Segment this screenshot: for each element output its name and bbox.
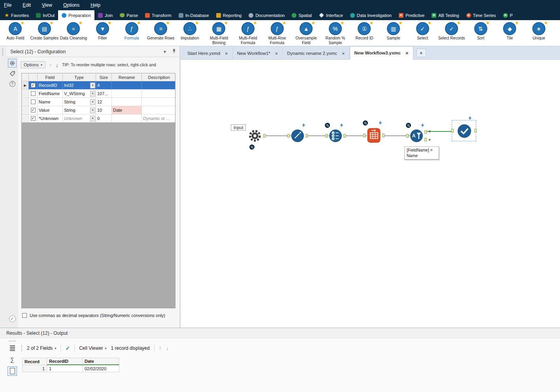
rename-cell[interactable]: [112, 90, 142, 98]
input-anchor[interactable]: [287, 134, 290, 138]
false-output-anchor[interactable]: [424, 138, 427, 141]
new-workflow-button[interactable]: +: [417, 49, 426, 57]
type-dropdown[interactable]: V_WString▾: [63, 90, 96, 98]
filter-annotation[interactable]: [FieldName] = Name: [404, 146, 439, 159]
size-cell[interactable]: 107...: [96, 90, 112, 98]
help-tab[interactable]: ?: [8, 79, 17, 88]
palette-tool-multi-row-formula[interactable]: ƒ★ Multi-Row Formula: [262, 22, 292, 46]
tab-close-icon[interactable]: ×: [225, 51, 228, 56]
menu-view[interactable]: View: [42, 2, 52, 8]
palette-tool-select[interactable]: ✓★ Select: [408, 22, 437, 46]
toolbar-grip[interactable]: [21, 345, 22, 351]
ribbon-tab-time-series[interactable]: R Time Series: [463, 10, 500, 20]
field-checkbox[interactable]: [29, 90, 38, 98]
tab-close-icon[interactable]: ×: [405, 51, 409, 56]
output-anchor[interactable]: [382, 134, 385, 137]
description-cell[interactable]: Dynamic or ...: [142, 114, 176, 122]
input-anchor[interactable]: [325, 134, 328, 138]
field-row-unknown[interactable]: ✓ *Unknown Unknown▾ 0 Dynamic or ...: [22, 114, 175, 123]
pin-icon[interactable]: [172, 49, 176, 55]
fields-dropdown[interactable]: 2 of 2 Fields ▾: [27, 345, 56, 351]
palette-tool-create-samples[interactable]: ▤★ Create Samples: [30, 22, 59, 46]
palette-tool-formula[interactable]: ƒ★ Formula: [117, 22, 146, 46]
ribbon-tab-in-out[interactable]: In/Out: [32, 10, 58, 20]
palette-tool-unique[interactable]: ∗★ Unique: [524, 22, 554, 46]
ribbon-tab-partial[interactable]: R P: [500, 10, 516, 20]
rename-cell[interactable]: [112, 114, 142, 122]
type-dropdown[interactable]: Int32▾: [63, 81, 96, 89]
connection-wire[interactable]: [383, 135, 410, 136]
rename-cell[interactable]: [112, 98, 142, 106]
workflow-canvas[interactable]: Input 123: [181, 60, 560, 328]
configuration-tab[interactable]: [8, 59, 17, 68]
select-tool[interactable]: [457, 124, 471, 138]
description-cell[interactable]: [142, 106, 176, 114]
true-output-anchor[interactable]: [424, 130, 427, 134]
tab-close-icon[interactable]: ×: [275, 51, 278, 56]
metadata-tab[interactable]: [8, 366, 17, 376]
input-anchor[interactable]: [451, 129, 454, 133]
menu-help[interactable]: Help: [91, 2, 100, 8]
tab-dynamic-rename-2[interactable]: Dynamic rename 2.yxmc ×: [283, 47, 349, 59]
ribbon-tab-reporting[interactable]: Reporting: [213, 10, 245, 20]
scroll-down-button[interactable]: ↓: [166, 345, 169, 351]
field-checkbox[interactable]: ✓: [29, 106, 38, 114]
filter-tool[interactable]: A T F: [410, 129, 423, 143]
ribbon-tab-in-database[interactable]: In-Database: [175, 10, 213, 20]
palette-tool-tile[interactable]: ◆★ Tile: [495, 22, 524, 46]
palette-tool-imputation[interactable]: ∴★ Imputation: [175, 22, 205, 46]
browse-anywhere-icon[interactable]: [325, 123, 330, 128]
input-anchor[interactable]: [363, 134, 366, 137]
description-cell[interactable]: [142, 98, 176, 106]
results-table-row[interactable]: 1 1 02/02/2020: [23, 365, 119, 372]
ribbon-tab-documentation[interactable]: Documentation: [245, 10, 288, 20]
ribbon-tab-ab-testing[interactable]: R AB Testing: [428, 10, 462, 20]
record-id-tool[interactable]: 123: [329, 129, 342, 143]
size-cell[interactable]: 4: [96, 81, 112, 89]
connection-wire[interactable]: [264, 135, 291, 136]
menu-options[interactable]: Options: [63, 2, 79, 8]
move-up-button[interactable]: ↑: [49, 62, 52, 68]
palette-tool-sample[interactable]: ▥★ Sample: [379, 22, 408, 46]
palette-tool-generate-rows[interactable]: ≡★ Generate Rows: [146, 22, 175, 46]
recordid-cell[interactable]: 1: [47, 365, 83, 372]
output-anchor[interactable]: [305, 134, 308, 138]
field-row-name[interactable]: Name String▾ 12: [22, 98, 175, 106]
ribbon-tab-spatial[interactable]: Spatial: [288, 10, 315, 20]
scroll-up-button[interactable]: ↑: [159, 345, 162, 351]
ribbon-tab-interface[interactable]: Interface: [315, 10, 347, 20]
description-cell[interactable]: [142, 81, 176, 89]
options-menu-button[interactable]: Options ▾: [21, 61, 45, 68]
field-checkbox[interactable]: ✓: [29, 114, 38, 122]
ribbon-tab-predictive[interactable]: R Predictive: [395, 10, 428, 20]
round-blue-tool[interactable]: [291, 129, 304, 143]
annotation-tab[interactable]: [8, 69, 17, 78]
field-checkbox[interactable]: ✓: [29, 81, 38, 89]
ribbon-tab-parse[interactable]: Parse: [116, 10, 141, 20]
tab-start-here[interactable]: Start Here.yxmd ×: [183, 47, 233, 59]
collapse-chevron-icon[interactable]: ▾: [164, 49, 166, 54]
browse-anywhere-icon[interactable]: [363, 120, 368, 126]
browse-anywhere-icon[interactable]: [249, 144, 255, 150]
decimal-separator-checkbox[interactable]: [22, 313, 27, 318]
results-grid-tab[interactable]: [8, 343, 17, 353]
size-cell[interactable]: 12: [96, 98, 112, 106]
palette-tool-data-cleansing[interactable]: ≈★ Data Cleansing: [59, 22, 88, 46]
tab-close-icon[interactable]: ×: [342, 51, 345, 56]
input-anchor[interactable]: [406, 134, 409, 138]
orange-table-tool[interactable]: [367, 127, 381, 144]
menu-edit[interactable]: Edit: [23, 2, 31, 8]
macro-input-tool[interactable]: [248, 129, 262, 143]
palette-tool-select-records[interactable]: ✓★ Select Records: [437, 22, 466, 46]
profile-tab[interactable]: ∑: [8, 355, 17, 364]
type-dropdown[interactable]: Unknown▾: [63, 114, 96, 122]
output-anchor[interactable]: [474, 129, 477, 133]
move-down-button[interactable]: ↓: [55, 62, 58, 68]
field-checkbox[interactable]: [29, 98, 38, 106]
data-quality-check-icon[interactable]: ✓: [65, 345, 70, 351]
rename-cell[interactable]: Date: [112, 106, 142, 114]
ribbon-tab-preparation[interactable]: Preparation: [58, 10, 94, 20]
date-cell[interactable]: 02/02/2020: [83, 365, 119, 372]
output-anchor[interactable]: [343, 134, 346, 138]
field-row-value[interactable]: ✓ Value String▾ 10 Date: [22, 106, 175, 114]
